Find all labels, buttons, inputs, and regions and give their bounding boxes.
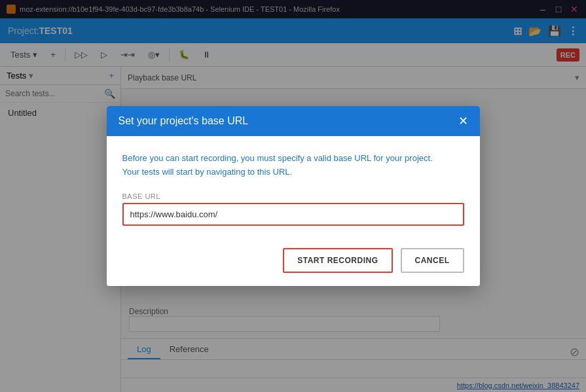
base-url-input[interactable] xyxy=(122,203,464,226)
modal-desc-line1: Before you can start recording, you must… xyxy=(122,153,433,163)
modal-description: Before you can start recording, you must… xyxy=(122,152,464,179)
modal-close-button[interactable]: ✕ xyxy=(458,115,468,127)
modal-desc-line2-prefix: Your tests will start by navigating to xyxy=(122,167,257,177)
modal-overlay: Set your project's base URL ✕ Before you… xyxy=(0,0,586,392)
modal-body: Before you can start recording, you must… xyxy=(107,136,480,239)
modal-dialog: Set your project's base URL ✕ Before you… xyxy=(107,106,480,286)
modal-footer: START RECORDING CANCEL xyxy=(107,239,480,286)
modal-header: Set your project's base URL ✕ xyxy=(107,106,480,136)
field-label: BASE URL xyxy=(122,192,464,200)
modal-desc-link[interactable]: this URL. xyxy=(257,167,292,177)
cancel-button[interactable]: CANCEL xyxy=(401,248,464,273)
modal-title: Set your project's base URL xyxy=(119,115,249,127)
start-recording-button[interactable]: START RECORDING xyxy=(283,248,392,273)
